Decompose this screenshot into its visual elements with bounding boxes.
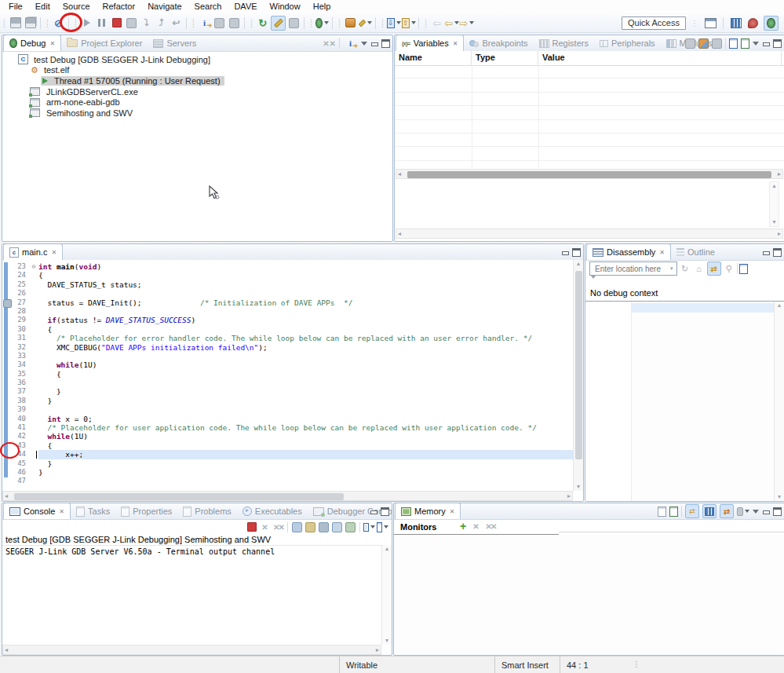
code-editor[interactable]: 23⊖int main(void)24{25 DAVE_STATUS_t sta…: [2, 260, 573, 491]
minimize-icon[interactable]: [370, 508, 377, 515]
code-line[interactable]: 46}: [2, 468, 573, 477]
code-line[interactable]: 38 }: [2, 397, 573, 405]
menu-help[interactable]: Help: [307, 1, 337, 13]
switch-memory-monitor-icon[interactable]: ⇄: [720, 504, 734, 518]
save-all-icon[interactable]: [24, 16, 37, 30]
variables-detail-pane[interactable]: [395, 180, 784, 227]
tab-memory[interactable]: Memory✕: [395, 503, 461, 519]
word-wrap-icon[interactable]: [318, 521, 330, 533]
debug-launch-icon[interactable]: [746, 16, 760, 30]
close-icon[interactable]: ✕: [659, 249, 665, 256]
editor-hscrollbar[interactable]: ◂▸: [2, 491, 573, 501]
export-icon[interactable]: [669, 507, 678, 517]
debug-dropdown-icon[interactable]: [315, 16, 329, 30]
tab-console[interactable]: Console✕: [3, 503, 71, 519]
maximize-icon[interactable]: [773, 39, 782, 48]
table-row[interactable]: [395, 65, 784, 79]
suspend-icon[interactable]: [95, 16, 108, 30]
quick-access-box[interactable]: Quick Access: [622, 16, 686, 30]
code-line[interactable]: 43 {: [2, 441, 573, 450]
remove-all-monitors-icon[interactable]: ✕✕: [486, 522, 496, 531]
minimize-icon[interactable]: [762, 40, 770, 47]
scroll-lock-icon[interactable]: [304, 521, 316, 533]
minimize-icon[interactable]: [762, 508, 770, 515]
step-over-icon[interactable]: ⤴: [155, 16, 168, 30]
code-line[interactable]: 37 }: [2, 387, 573, 396]
console-hscrollbar[interactable]: ◂▸: [2, 645, 381, 655]
toolbar-overflow-chevron[interactable]: [590, 279, 596, 288]
tree-item[interactable]: Semihosting and SWV: [4, 108, 392, 119]
tab-servers[interactable]: Servers: [148, 35, 202, 51]
close-icon[interactable]: ✕: [51, 249, 57, 256]
pin-console-icon[interactable]: [345, 521, 356, 533]
tab-peripherals[interactable]: Peripherals: [594, 35, 661, 51]
code-line[interactable]: 40 int x = 0;: [2, 415, 573, 423]
tree-item[interactable]: Ctest Debug [GDB SEGGER J-Link Debugging…: [4, 54, 392, 65]
minimize-icon[interactable]: [561, 249, 569, 256]
search-dave-apps-dropdown-icon[interactable]: [359, 16, 372, 30]
table-row[interactable]: [395, 134, 784, 147]
tree-item[interactable]: ⚙test.elf: [4, 65, 392, 76]
dropdown-caret-icon[interactable]: [324, 21, 329, 24]
minimize-icon[interactable]: [370, 40, 378, 47]
tab-registers[interactable]: Registers: [534, 35, 594, 51]
tab-breakpoints[interactable]: Breakpoints: [464, 35, 533, 51]
update-code-icon[interactable]: ↻: [256, 16, 269, 30]
table-row[interactable]: [395, 79, 784, 92]
code-line[interactable]: 45 }: [2, 459, 573, 468]
minimize-icon[interactable]: [762, 249, 770, 256]
add-monitor-icon[interactable]: +: [460, 520, 466, 532]
code-line[interactable]: 35 {: [2, 370, 573, 379]
remove-launch-icon[interactable]: ✕: [259, 521, 271, 533]
search-icon[interactable]: ⚲: [723, 262, 735, 275]
tab-outline[interactable]: Outline: [671, 244, 720, 260]
tab-debug[interactable]: Debug✕: [3, 35, 61, 51]
go-into-top-level-dropdown-icon[interactable]: ⇧: [402, 16, 415, 30]
tab-tasks[interactable]: Tasks: [71, 503, 115, 519]
code-line[interactable]: 47: [2, 477, 573, 485]
show-type-names-icon[interactable]: [685, 38, 695, 49]
maximize-icon[interactable]: [572, 248, 581, 257]
view-menu-icon[interactable]: [753, 510, 759, 514]
code-line[interactable]: 28: [2, 307, 573, 316]
collapse-all-icon[interactable]: [712, 38, 722, 49]
variables-table[interactable]: [395, 65, 784, 174]
code-line[interactable]: 26: [2, 289, 573, 298]
code-line[interactable]: 25 DAVE_STATUS_t status;: [2, 280, 573, 289]
table-row[interactable]: [395, 93, 784, 106]
code-line[interactable]: 44 x++;: [2, 450, 573, 459]
location-input[interactable]: [593, 264, 669, 274]
new-memory-view-icon[interactable]: [658, 507, 666, 517]
close-icon[interactable]: ✕: [453, 40, 458, 47]
tab-executables[interactable]: Executables: [237, 503, 308, 519]
dropdown-caret-icon[interactable]: [396, 21, 401, 24]
step-into-icon[interactable]: ⤵: [140, 16, 153, 30]
code-line[interactable]: 27 status = DAVE_Init(); /* Initializati…: [2, 298, 573, 307]
console-output-area[interactable]: SEGGER J-Link GDB Server V6.50a - Termin…: [2, 545, 381, 645]
view-menu-icon[interactable]: [361, 42, 367, 46]
forward-dropdown-icon[interactable]: ⇨: [460, 16, 473, 30]
code-line[interactable]: 24{: [2, 271, 573, 280]
code-line[interactable]: 23⊖int main(void): [2, 262, 573, 271]
show-console-on-output-icon[interactable]: [291, 521, 303, 533]
tree-item[interactable]: Thread #1 57005 (Running : User Request): [4, 75, 392, 86]
code-line[interactable]: 41 /* Placeholder for user application c…: [2, 423, 573, 432]
column-header-value[interactable]: Value: [538, 51, 782, 65]
layout-icon[interactable]: [737, 505, 749, 518]
tab-variables[interactable]: (x)=Variables✕: [396, 35, 464, 51]
editor-vscrollbar[interactable]: ▴▾: [573, 260, 583, 491]
create-dave-project-icon[interactable]: [344, 16, 357, 30]
variables-table-header[interactable]: NameTypeValue: [395, 51, 784, 66]
tab-main-c[interactable]: c main.c ✕: [3, 243, 63, 260]
dropdown-caret-icon[interactable]: [411, 21, 416, 24]
back-dropdown-icon[interactable]: ⇦: [445, 16, 458, 30]
tree-item[interactable]: JLinkGDBServerCL.exe: [4, 86, 392, 97]
open-perspective-icon[interactable]: [704, 16, 717, 30]
column-header-type[interactable]: Type: [472, 51, 538, 65]
code-line[interactable]: 34 while(1U): [2, 360, 573, 369]
new-view-icon[interactable]: [729, 38, 738, 49]
dropdown-caret-icon[interactable]: [469, 21, 474, 24]
home-icon[interactable]: ⌂: [693, 262, 706, 275]
menu-source[interactable]: Source: [57, 1, 97, 13]
console-vscrollbar[interactable]: ▴▾: [381, 545, 392, 645]
